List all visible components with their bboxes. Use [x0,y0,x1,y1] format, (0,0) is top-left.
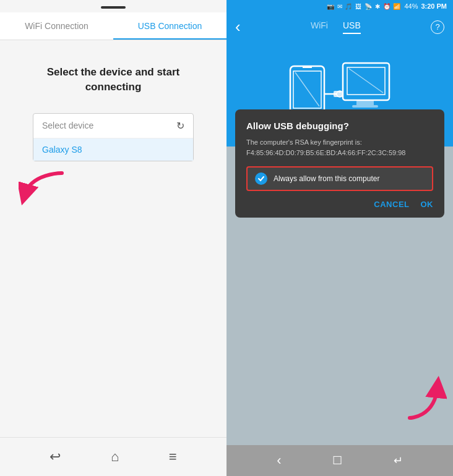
nav-menu-icon[interactable]: ≡ [169,449,177,465]
left-bottom-nav: ↩ ⌂ ≡ [0,437,226,476]
refresh-icon[interactable]: ↻ [176,120,184,132]
top-nav: ‹ WiFi USB ? [226,12,453,44]
phone-bottom-nav: ‹ ☐ ↵ [226,445,453,476]
top-nav-tabs: WiFi USB [311,20,361,34]
top-nav-tab-wifi[interactable]: WiFi [311,20,328,34]
tab-bar: WiFi Connection USB Connection [0,12,226,40]
svg-line-4 [295,72,319,106]
tab-wifi[interactable]: WiFi Connection [0,12,113,40]
checkbox-checked-icon [255,172,267,185]
drag-handle[interactable] [101,6,126,9]
right-panel: 📷 ✉ 🎵 🖼 📡 ✱ ⏰ 📶 44% 3:20 PM ‹ WiFi USB ? [226,0,453,476]
phone-bottom-area: Allow USB debugging? The computer's RSA … [226,147,453,476]
device-item-galaxy-s8[interactable]: Galaxy S8 [33,138,193,161]
left-content: Select the device and start connecting S… [0,40,226,437]
svg-line-9 [349,69,383,93]
left-panel: WiFi Connection USB Connection Select th… [0,0,226,476]
status-bar: 📷 ✉ 🎵 🖼 📡 ✱ ⏰ 📶 44% 3:20 PM [226,0,453,12]
top-nav-tab-usb[interactable]: USB [343,20,361,34]
dialog-title: Allow USB debugging? [246,121,433,131]
arrow-left-indicator [19,167,68,213]
svg-rect-11 [352,105,378,108]
device-select-header[interactable]: Select device ↻ [33,114,193,138]
nav-home-icon[interactable]: ⌂ [111,449,119,465]
phone-nav-square-icon[interactable]: ☐ [332,454,342,467]
cancel-button[interactable]: CANCEL [374,200,409,209]
help-button[interactable]: ? [431,20,444,34]
nav-back-icon[interactable]: ↩ [50,449,61,465]
usb-debug-dialog: Allow USB debugging? The computer's RSA … [235,109,444,218]
phone-nav-back-icon[interactable]: ‹ [277,453,281,469]
tab-usb[interactable]: USB Connection [113,12,226,40]
device-dropdown: Galaxy S8 [33,138,193,161]
dialog-actions: CANCEL OK [246,200,433,209]
status-icons: 📷 ✉ 🎵 🖼 📡 ✱ ⏰ 📶 [327,3,401,10]
instruction-text: Select the device and start connecting [19,65,208,95]
time-display: 3:20 PM [421,2,447,10]
arrow-right-indicator [397,368,447,427]
battery-indicator: 44% [404,2,418,10]
ok-button[interactable]: OK [421,200,434,209]
device-select-wrapper: Select device ↻ Galaxy S8 [33,113,194,161]
top-nav-back-button[interactable]: ‹ [235,17,241,36]
svg-rect-10 [356,100,374,105]
always-allow-label: Always allow from this computer [274,174,379,183]
select-placeholder: Select device [42,121,93,130]
always-allow-checkbox-row[interactable]: Always allow from this computer [246,166,433,191]
dialog-body: The computer's RSA key fingerprint is: F… [246,137,433,158]
phone-nav-enter-icon[interactable]: ↵ [394,454,403,467]
